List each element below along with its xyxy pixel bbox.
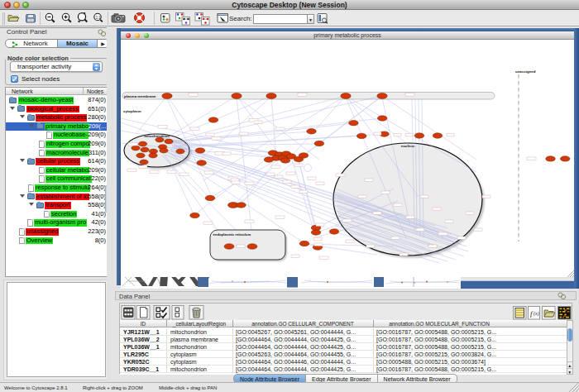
svg-text:1:1: 1:1: [96, 16, 102, 20]
svg-text:plasma membrane: plasma membrane: [124, 93, 156, 98]
svg-text:(x): (x): [534, 311, 539, 317]
svg-text:unassigned: unassigned: [515, 69, 536, 73]
svg-text:endoplasmic reticulum: endoplasmic reticulum: [213, 232, 251, 236]
svg-text:cytoplasm: cytoplasm: [123, 108, 141, 112]
